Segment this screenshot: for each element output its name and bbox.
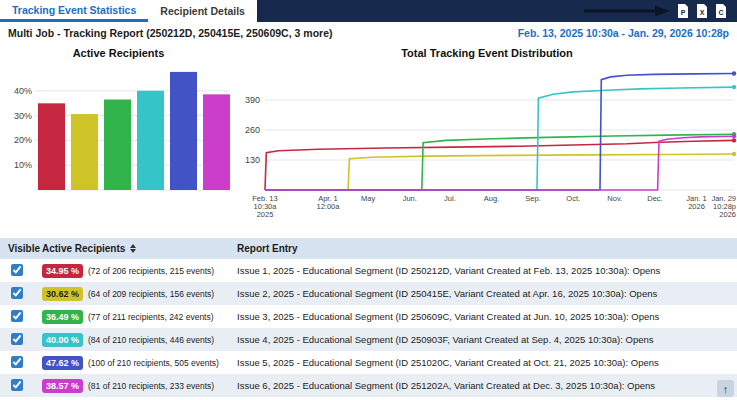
event-distribution-line-chart: 130260390Feb. 1310:30a2025Apr. 112:00aMa… (237, 60, 737, 230)
export-toolbar: P X C (257, 0, 737, 22)
annotation-arrow-icon (584, 5, 670, 17)
svg-text:30%: 30% (14, 111, 32, 121)
series-line-issue-5[interactable] (265, 74, 734, 191)
table-body: 34.95 %(72 of 206 recipients, 215 events… (0, 259, 737, 397)
svg-text:130: 130 (245, 155, 260, 165)
svg-text:390: 390 (245, 95, 260, 105)
table-row[interactable]: 38.57 %(81 of 210 recipients, 233 events… (0, 374, 737, 397)
svg-text:Oct.: Oct. (566, 194, 580, 203)
table-row[interactable]: 30.62 %(64 of 209 recipients, 156 events… (0, 282, 737, 305)
svg-text:Dec.: Dec. (647, 194, 662, 203)
series-line-issue-1[interactable] (265, 140, 734, 190)
line-chart-title: Total Tracking Event Distribution (237, 44, 737, 60)
report-entry-text: Issue 2, 2025 - Educational Segment (ID … (237, 288, 737, 299)
svg-text:40%: 40% (14, 86, 32, 96)
tab-list: Tracking Event Statistics Recipient Deta… (0, 0, 257, 22)
bar-issue-2[interactable] (71, 114, 98, 190)
top-tab-bar: Tracking Event Statistics Recipient Deta… (0, 0, 737, 22)
report-entry-text: Issue 3, 2025 - Educational Segment (ID … (237, 311, 737, 322)
bar-issue-4[interactable] (137, 91, 164, 190)
svg-text:X: X (700, 9, 705, 16)
percent-badge: 34.95 % (42, 264, 83, 278)
svg-text:10%: 10% (14, 160, 32, 170)
svg-text:Jun.: Jun. (403, 194, 417, 203)
csv-export-icon[interactable]: C (715, 4, 727, 18)
svg-text:Sep.: Sep. (525, 194, 540, 203)
event-distribution-chart: Total Tracking Event Distribution 130260… (237, 44, 737, 238)
table-row[interactable]: 40.00 %(84 of 210 recipients, 446 events… (0, 328, 737, 351)
report-entry-text: Issue 5, 2025 - Educational Segment (ID … (237, 357, 737, 368)
table-row[interactable]: 34.95 %(72 of 206 recipients, 215 events… (0, 259, 737, 282)
recipient-detail: (81 of 210 recipients, 233 events) (88, 381, 214, 391)
column-header-active-recipients-label: Active Recipients (42, 243, 125, 254)
svg-text:May: May (361, 194, 375, 203)
visible-checkbox[interactable] (11, 333, 23, 345)
excel-export-icon[interactable]: X (696, 4, 708, 18)
column-header-report-entry[interactable]: Report Entry (237, 243, 737, 254)
series-endpoint-issue-2 (732, 152, 736, 156)
svg-text:2026: 2026 (719, 210, 736, 219)
svg-text:C: C (718, 9, 723, 16)
report-title: Multi Job - Tracking Report (250212D, 25… (8, 27, 332, 39)
percent-badge: 47.62 % (42, 356, 83, 370)
percent-badge: 30.62 % (42, 287, 83, 301)
charts-row: Active Recipients 10%20%30%40% Total Tra… (0, 44, 737, 238)
bar-issue-1[interactable] (38, 103, 65, 190)
recipient-detail: (84 of 210 recipients, 446 events) (88, 335, 214, 345)
column-header-visible[interactable]: Visible (0, 243, 42, 254)
percent-badge: 36.49 % (42, 310, 83, 324)
visible-checkbox[interactable] (11, 379, 23, 391)
tracking-report-app: Tracking Event Statistics Recipient Deta… (0, 0, 737, 400)
recipient-detail: (72 of 206 recipients, 215 events) (88, 266, 214, 276)
report-table: Visible Active Recipients Report Entry 3… (0, 238, 737, 397)
series-line-issue-2[interactable] (265, 154, 734, 190)
visible-checkbox[interactable] (11, 264, 23, 276)
report-entry-text: Issue 1, 2025 - Educational Segment (ID … (237, 265, 737, 276)
pdf-export-icon[interactable]: P (677, 4, 689, 18)
sort-icon[interactable] (130, 244, 136, 253)
tab-recipient-details[interactable]: Recipient Details (148, 0, 257, 22)
bar-chart-title: Active Recipients (0, 44, 237, 60)
svg-text:Nov.: Nov. (607, 194, 622, 203)
svg-text:Aug.: Aug. (484, 194, 499, 203)
active-recipients-bar-chart: 10%20%30%40% (0, 60, 237, 230)
table-row[interactable]: 47.62 %(100 of 210 recipients, 505 event… (0, 351, 737, 374)
visible-checkbox[interactable] (11, 356, 23, 368)
svg-text:20%: 20% (14, 135, 32, 145)
percent-badge: 40.00 % (42, 333, 83, 347)
bar-issue-6[interactable] (203, 94, 230, 190)
visible-checkbox[interactable] (11, 310, 23, 322)
svg-text:2026: 2026 (688, 202, 705, 211)
series-endpoint-issue-5 (732, 71, 736, 75)
tab-tracking-event-statistics[interactable]: Tracking Event Statistics (0, 0, 148, 22)
recipient-detail: (77 of 211 recipients, 242 events) (88, 312, 214, 322)
bar-issue-5[interactable] (170, 72, 197, 190)
series-endpoint-issue-1 (732, 138, 736, 142)
svg-text:P: P (681, 9, 686, 16)
series-endpoint-issue-6 (732, 134, 736, 138)
recipient-detail: (100 of 210 recipients, 505 events) (88, 358, 219, 368)
svg-text:260: 260 (245, 125, 260, 135)
svg-text:2025: 2025 (257, 210, 274, 219)
bar-issue-3[interactable] (104, 100, 131, 190)
active-recipients-chart: Active Recipients 10%20%30%40% (0, 44, 237, 238)
report-entry-text: Issue 6, 2025 - Educational Segment (ID … (237, 380, 737, 391)
table-header-row: Visible Active Recipients Report Entry (0, 238, 737, 259)
visible-checkbox[interactable] (11, 287, 23, 299)
scroll-to-top-button[interactable]: ↑ (717, 380, 734, 397)
svg-text:12:00a: 12:00a (317, 202, 341, 211)
series-endpoint-issue-4 (732, 85, 736, 89)
percent-badge: 38.57 % (42, 379, 83, 393)
report-entry-text: Issue 4, 2025 - Educational Segment (ID … (237, 334, 737, 345)
report-header: Multi Job - Tracking Report (250212D, 25… (0, 22, 737, 44)
svg-text:Jul.: Jul. (444, 194, 456, 203)
series-line-issue-6[interactable] (265, 136, 734, 190)
report-date-range[interactable]: Feb. 13, 2025 10:30a - Jan. 29, 2026 10:… (518, 27, 729, 39)
recipient-detail: (64 of 209 recipients, 156 events) (88, 289, 214, 299)
table-row[interactable]: 36.49 %(77 of 211 recipients, 242 events… (0, 305, 737, 328)
column-header-active-recipients[interactable]: Active Recipients (42, 243, 237, 254)
